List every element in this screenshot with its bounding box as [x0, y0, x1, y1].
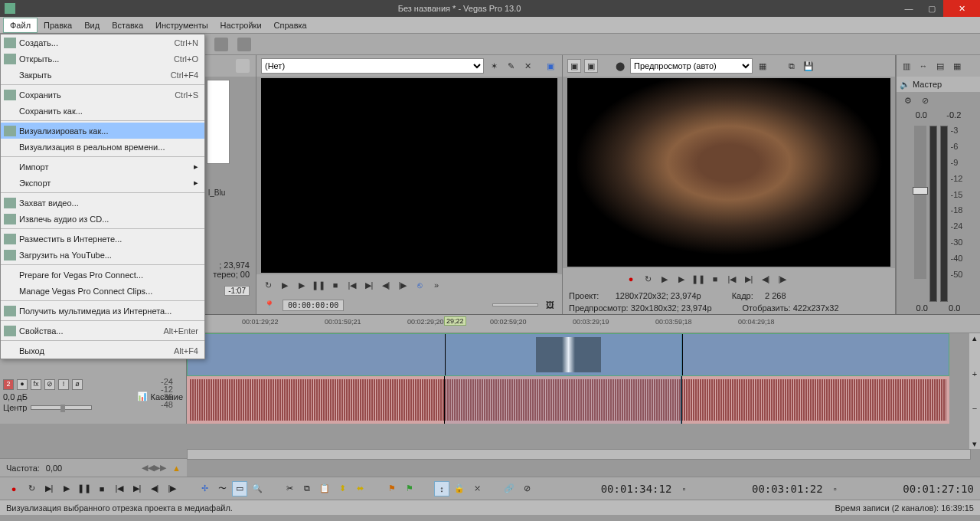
go-start-icon[interactable]: |◀ [725, 272, 739, 286]
media-thumbnail[interactable] [207, 80, 230, 164]
file-menu-item[interactable]: Получить мультимедиа из Интернета... [1, 303, 204, 319]
file-menu-item[interactable]: Визуализировать как... [1, 123, 204, 139]
lock-icon[interactable]: 🔒 [452, 481, 467, 496]
file-menu-item[interactable]: Импорт [1, 159, 204, 175]
track-phase-icon[interactable]: ø [72, 379, 83, 390]
preview-fx-icon[interactable]: ⬤ [613, 59, 627, 73]
file-menu-item[interactable]: Создать...Ctrl+N [1, 34, 204, 51]
file-menu-item[interactable]: Разместить в Интернете... [1, 231, 204, 247]
go-start-button[interactable]: |◀ [112, 481, 127, 496]
track-solo-icon[interactable]: ! [58, 379, 69, 390]
paste-icon[interactable]: 📋 [317, 481, 332, 496]
marker-icon[interactable]: 📍 [264, 300, 275, 310]
file-menu-item[interactable]: Загрузить на YouTube... [1, 247, 204, 263]
prev-frame-button[interactable]: ◀| [147, 481, 162, 496]
copy-icon[interactable]: ⧉ [299, 481, 315, 496]
dim-icon[interactable]: ▥ [900, 59, 913, 73]
file-menu-item[interactable]: Prepare for Vegas Pro Connect... [1, 267, 204, 283]
wand-icon[interactable] [237, 38, 251, 51]
file-menu-item[interactable]: Сохранить как... [1, 103, 204, 119]
close-button[interactable]: ✕ [943, 0, 980, 17]
mono-icon[interactable]: ↔ [916, 59, 930, 73]
play-start-button[interactable]: ▶| [41, 481, 57, 496]
track-fx-icon[interactable]: fx [31, 379, 41, 390]
stop-button[interactable]: ■ [94, 481, 109, 496]
menu-справка[interactable]: Справка [268, 18, 313, 32]
menu-настройки[interactable]: Настройки [214, 18, 268, 32]
playhead[interactable] [445, 334, 446, 375]
record-icon[interactable]: ● [624, 272, 638, 286]
crossfade-icon[interactable]: ⤫ [469, 481, 485, 496]
file-menu-item[interactable]: Экспорт [1, 175, 204, 191]
maximize-button[interactable]: ▢ [920, 0, 943, 17]
marker-icon[interactable]: ⚑ [384, 481, 400, 496]
audio-track-header[interactable]: 2 ● fx ⊘ ! ø 0,0 дБ 📊 Касание Центр [0, 376, 187, 424]
grid-icon[interactable]: ▦ [756, 59, 769, 73]
stop-icon[interactable]: ■ [328, 278, 342, 292]
snap-icon[interactable]: ⬍ [335, 481, 350, 496]
output-icon[interactable]: ▤ [933, 59, 947, 73]
track-rec-icon[interactable]: ● [17, 379, 28, 390]
track-pan[interactable]: Центр [3, 403, 28, 412]
more-icon[interactable]: » [430, 278, 443, 292]
timeline-vscroll[interactable]: ▴+−▾ [969, 333, 980, 449]
loop-icon[interactable]: ↻ [261, 278, 275, 292]
track-num[interactable]: 2 [3, 379, 14, 390]
step-fwd-icon[interactable]: |▶ [776, 272, 789, 286]
master-fx-icon[interactable]: ⚙ [901, 93, 915, 107]
stop-icon[interactable]: ■ [708, 272, 722, 286]
go-start-icon[interactable]: |◀ [345, 278, 359, 292]
pause-icon[interactable]: ❚❚ [691, 272, 705, 286]
preview-viewport[interactable] [567, 78, 890, 267]
link-icon[interactable]: 🔗 [501, 481, 517, 496]
track-automation-icon[interactable]: 📊 [137, 392, 148, 401]
fx-delete-icon[interactable]: ✕ [521, 59, 534, 73]
pan-slider[interactable] [31, 405, 92, 410]
menu-вид[interactable]: Вид [78, 18, 106, 32]
image-icon[interactable]: 🖼 [546, 300, 554, 310]
overlay-icon[interactable]: ▣ [544, 59, 557, 73]
video-clip[interactable] [187, 333, 949, 376]
menu-инструменты[interactable]: Инструменты [149, 18, 214, 32]
menu-вставка[interactable]: Вставка [106, 18, 149, 32]
file-menu-item[interactable]: ВыходAlt+F4 [1, 342, 204, 359]
menu-файл[interactable]: Файл [3, 18, 38, 33]
play-button[interactable]: ▶ [59, 481, 74, 496]
tc-selection-len[interactable]: 00:01:27:10 [903, 483, 974, 495]
tool-select-icon[interactable]: ▭ [232, 481, 247, 496]
step-fwd-icon[interactable]: |▶ [396, 278, 410, 292]
fx-icon[interactable]: ✶ [487, 59, 501, 73]
tc-selection-end[interactable]: 00:03:01:22 [752, 483, 823, 495]
tool-zoom-icon[interactable]: 🔍 [250, 481, 265, 496]
tool-normal-icon[interactable]: ✢ [197, 481, 212, 496]
track-level[interactable]: 0,0 дБ [3, 392, 28, 401]
minimize-button[interactable]: — [897, 0, 920, 17]
next-frame-button[interactable]: |▶ [165, 481, 180, 496]
save-frame-icon[interactable]: 💾 [802, 59, 815, 73]
file-menu-item[interactable]: Открыть...Ctrl+O [1, 51, 204, 67]
file-menu-item[interactable]: ЗакрытьCtrl+F4 [1, 67, 204, 83]
fx-edit-icon[interactable]: ✎ [504, 59, 518, 73]
cut-icon[interactable]: ✂ [282, 481, 297, 496]
overlay-b-icon[interactable]: ▣ [584, 59, 598, 73]
shuttle-icon[interactable]: ◀◀▶▶ [142, 463, 166, 473]
play-icon[interactable]: ▶ [675, 272, 688, 286]
preview-quality-select[interactable]: Предпросмотр (авто) [630, 58, 753, 74]
master-mute-icon[interactable]: ⊘ [918, 93, 932, 107]
split-icon[interactable]: ⎋ [413, 278, 426, 292]
tool-envelope-icon[interactable]: 〜 [214, 481, 230, 496]
timeline-scrollbar[interactable] [187, 449, 971, 460]
pause-button[interactable]: ❚❚ [77, 481, 92, 496]
trimmer-timecode[interactable]: 00:00:00:00 [283, 300, 344, 311]
bus-icon[interactable]: ▦ [950, 59, 964, 73]
go-end-icon[interactable]: ▶| [362, 278, 376, 292]
go-end-button[interactable]: ▶| [129, 481, 145, 496]
master-fader[interactable] [914, 126, 926, 279]
step-back-icon[interactable]: ◀| [759, 272, 773, 286]
menu-правка[interactable]: Правка [38, 18, 78, 32]
record-button[interactable]: ● [6, 481, 21, 496]
loop-button[interactable]: ↻ [24, 481, 39, 496]
audio-clip[interactable] [187, 376, 949, 424]
auto-ripple-icon[interactable]: ↕ [434, 481, 449, 496]
file-menu-item[interactable]: Manage Vegas Pro Connect Clips... [1, 283, 204, 299]
